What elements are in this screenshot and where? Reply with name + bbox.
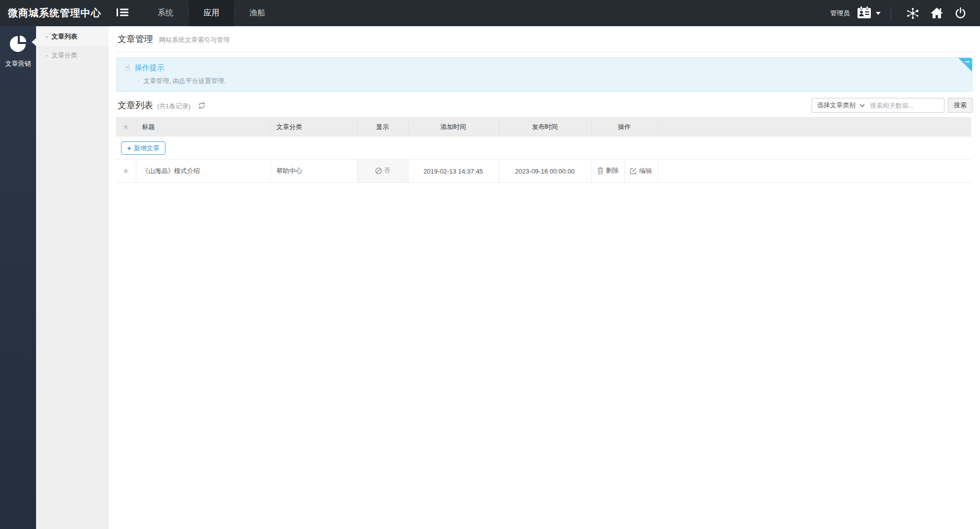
menu-icon [116, 7, 129, 19]
row-category-cell: 帮助中心 [270, 160, 357, 183]
list-toolbar: 文章列表 (共1条记录) 选择文章类别 [116, 97, 973, 114]
active-module-arrow [32, 38, 36, 46]
star-icon: ★ [122, 123, 129, 132]
search-button[interactable]: 搜索 [948, 98, 973, 113]
app-title: 微商城系统管理中心 [0, 0, 109, 26]
sidebar-item-article-list[interactable]: · 文章列表 [36, 27, 109, 46]
search-filters: 选择文章类别 搜索 [812, 98, 973, 113]
topbar-spacer [280, 0, 830, 26]
power-icon [954, 7, 967, 19]
network-shortcut-button[interactable] [901, 7, 925, 20]
minus-icon [965, 61, 970, 62]
page-subtitle: 网站系统文章索引与管理 [159, 36, 230, 44]
table-row: ★ 《山海晶》模式介绍 帮助中心 否 2019-02-13 14:37:45 2… [116, 160, 971, 183]
id-card-icon [857, 6, 872, 21]
sidebar-item-article-category[interactable]: · 文章分类 [36, 46, 109, 65]
row-delete-cell: 删除 [591, 160, 624, 183]
trash-icon [597, 167, 604, 175]
row-empty-cell [657, 160, 971, 183]
edit-icon [630, 168, 637, 175]
column-visible: 显示 [357, 118, 408, 136]
refresh-button[interactable] [198, 101, 206, 110]
operation-tips-panel: ☝ 操作提示 ·文章管理, 由总平台设置管理. [116, 57, 973, 92]
list-title: 文章列表 [118, 99, 153, 111]
module-label: 文章营销 [5, 59, 31, 68]
hand-pointer-icon: ☝ [124, 63, 130, 73]
module-rail: 文章营销 [0, 26, 36, 529]
caret-down-icon [876, 12, 881, 15]
page-header: 文章管理 网站系统文章索引与管理 [109, 26, 980, 48]
item-bullet: · [46, 52, 48, 59]
search-input[interactable] [870, 99, 944, 112]
pie-chart-icon [8, 34, 28, 55]
header-divider [116, 52, 973, 52]
current-user-label: 管理员 [830, 9, 850, 18]
top-navigation: 系统 应用 渔船 [143, 0, 280, 26]
topnav-item-fishing-boat[interactable]: 渔船 [235, 0, 280, 26]
column-title: 标题 [136, 118, 270, 136]
sidebar-submenu: · 文章列表 · 文章分类 [36, 26, 109, 529]
notice-title: 操作提示 [135, 63, 164, 73]
module-article-marketing[interactable]: 文章营销 [0, 26, 36, 68]
topbar-divider [891, 6, 891, 20]
add-article-label: 新增文章 [134, 144, 160, 153]
table-header-row: ★ 标题 文章分类 显示 添加时间 发布时间 操作 [116, 118, 971, 136]
page-body: 文章营销 · 文章列表 · 文章分类 文章管理 网站系统文章索引与管理 ☝ 操作… [0, 26, 980, 529]
edit-label: 编辑 [639, 167, 652, 176]
column-added-time: 添加时间 [408, 118, 498, 136]
circle-slash-icon [375, 167, 382, 175]
visible-value: 否 [384, 166, 391, 175]
home-button[interactable] [925, 7, 948, 19]
delete-button[interactable]: 删除 [597, 166, 619, 175]
home-icon [930, 7, 943, 19]
main-content: 文章管理 网站系统文章索引与管理 ☝ 操作提示 ·文章管理, 由总平台设置管理.… [109, 26, 980, 529]
star-icon: ★ [122, 167, 129, 176]
row-title-cell: 《山海晶》模式介绍 [136, 160, 270, 183]
notice-collapse-button[interactable] [958, 58, 972, 72]
article-category-select[interactable]: 选择文章类别 [812, 98, 870, 112]
list-title-group: 文章列表 (共1条记录) [116, 99, 206, 111]
topbar: 微商城系统管理中心 系统 应用 渔船 管理员 [0, 0, 980, 26]
topnav-item-system[interactable]: 系统 [143, 0, 188, 26]
notice-line: ·文章管理, 由总平台设置管理. [124, 77, 964, 86]
delete-label: 删除 [606, 166, 619, 175]
item-bullet: · [46, 33, 48, 41]
topnav-item-app[interactable]: 应用 [189, 0, 234, 26]
refresh-icon [198, 101, 206, 110]
logout-button[interactable] [948, 7, 972, 19]
column-category: 文章分类 [270, 118, 357, 136]
notice-text: 文章管理, 由总平台设置管理. [143, 77, 226, 85]
notice-title-row: ☝ 操作提示 [124, 63, 964, 73]
column-publish-time: 发布时间 [498, 118, 591, 136]
search-group: 选择文章类别 [812, 98, 944, 113]
plus-icon: + [127, 144, 131, 152]
chevron-down-icon [859, 104, 865, 107]
row-star-cell[interactable]: ★ [116, 160, 136, 183]
row-edit-cell: 编辑 [624, 160, 657, 183]
select-value: 选择文章类别 [817, 101, 856, 110]
page-title: 文章管理 [118, 33, 153, 45]
account-menu-button[interactable] [857, 6, 881, 21]
row-publish-time-cell: 2023-09-16 00:00:00 [498, 160, 591, 183]
record-count: (共1条记录) [157, 102, 191, 111]
sidebar-toggle-button[interactable] [109, 0, 136, 26]
edit-button[interactable]: 编辑 [630, 167, 652, 176]
column-star: ★ [116, 118, 136, 136]
network-icon [905, 7, 920, 20]
column-empty [657, 118, 971, 136]
row-visible-cell: 否 [357, 160, 408, 183]
notice-bullet: · [137, 77, 139, 85]
article-table: ★ 标题 文章分类 显示 添加时间 发布时间 操作 + 新增文章 ★ [116, 117, 971, 183]
column-operations: 操作 [591, 118, 657, 136]
add-article-button[interactable]: + 新增文章 [121, 141, 165, 155]
add-article-row: + 新增文章 [116, 136, 971, 160]
topbar-right: 管理员 [830, 0, 980, 26]
sidebar-item-label: 文章分类 [51, 51, 77, 60]
row-added-time-cell: 2019-02-13 14:37:45 [408, 160, 498, 183]
sidebar-item-label: 文章列表 [51, 32, 77, 41]
